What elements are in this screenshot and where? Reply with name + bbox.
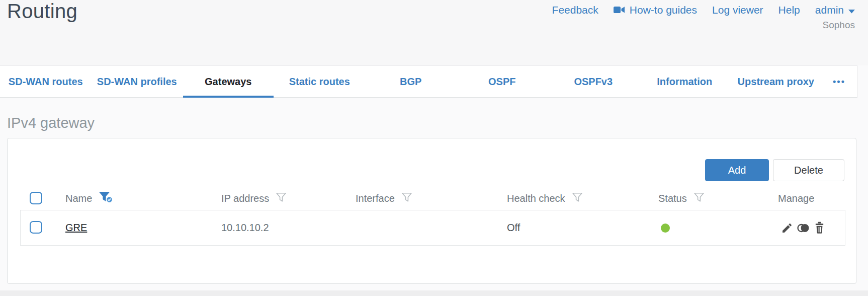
table-actions: Add Delete [705,159,844,181]
table-row: GRE 10.10.10.2 Off [21,210,845,245]
feedback-link[interactable]: Feedback [552,4,598,16]
log-viewer-link[interactable]: Log viewer [712,4,763,16]
gateway-name-link[interactable]: GRE [65,222,87,234]
main-content: IPv4 gateway Add Delete Name IP address [0,115,868,284]
add-button[interactable]: Add [705,159,769,181]
brand-label: Sophos [552,20,855,31]
column-header-ip-address[interactable]: IP address [221,188,287,209]
column-label: Status [658,193,687,204]
gateway-name-cell: GRE [65,210,87,245]
table-body: GRE 10.10.10.2 Off [20,210,845,246]
howto-guides-link[interactable]: How-to guides [614,4,697,16]
video-camera-icon [614,4,625,16]
select-all-checkbox[interactable] [30,192,42,204]
funnel-icon[interactable] [276,192,287,205]
column-label: Name [65,193,92,204]
help-link[interactable]: Help [778,4,800,16]
top-nav: Feedback How-to guides Log viewer Help a… [552,4,855,31]
howto-guides-label: How-to guides [630,4,697,16]
tab-information[interactable]: Information [639,66,731,97]
tab-ospfv3[interactable]: OSPFv3 [548,66,639,97]
page-title: Routing [7,0,77,23]
tab-gateways[interactable]: Gateways [183,66,274,97]
column-header-health-check[interactable]: Health check [507,188,583,209]
top-header: Routing Feedback How-to guides Log viewe… [0,0,868,65]
page-bottom-strip [0,290,868,296]
funnel-icon[interactable] [572,192,583,205]
funnel-icon[interactable] [401,192,412,205]
column-header-name[interactable]: Name [65,188,114,209]
tab-sd-wan-routes[interactable]: SD-WAN routes [0,66,92,97]
admin-user-menu[interactable]: admin [815,4,855,16]
status-indicator [661,224,670,233]
health-check-cell: Off [507,210,520,245]
admin-label: admin [815,4,844,16]
tab-upstream-proxy[interactable]: Upstream proxy [730,66,822,97]
tab-bgp[interactable]: BGP [365,66,457,97]
column-header-status[interactable]: Status [658,188,705,209]
row-checkbox[interactable] [30,221,42,234]
column-header-manage: Manage [778,188,814,209]
chevron-down-icon [848,4,855,16]
tab-sd-wan-profiles[interactable]: SD-WAN profiles [92,66,183,97]
section-title: IPv4 gateway [7,115,868,131]
edit-icon[interactable] [781,222,793,234]
column-label: Manage [778,193,814,204]
tabs-overflow-button[interactable]: ••• [822,66,857,97]
column-label: IP address [221,193,269,204]
funnel-icon[interactable] [693,192,705,205]
funnel-active-icon[interactable] [99,191,114,206]
delete-icon[interactable] [814,221,825,234]
toggle-status-icon[interactable] [797,223,810,234]
column-label: Interface [356,193,395,204]
ipv4-gateway-card: Add Delete Name IP address [7,138,856,284]
more-dots-icon: ••• [833,77,845,87]
tab-bar: SD-WAN routes SD-WAN profiles Gateways S… [0,65,857,98]
ip-address-cell: 10.10.10.2 [221,210,269,245]
table-header-row: Name IP address Interface [8,188,856,209]
column-label: Health check [507,193,565,204]
column-header-interface[interactable]: Interface [356,188,412,209]
delete-button[interactable]: Delete [773,159,844,181]
manage-actions [781,210,825,245]
tab-static-routes[interactable]: Static routes [274,66,366,97]
tab-ospf[interactable]: OSPF [457,66,548,97]
